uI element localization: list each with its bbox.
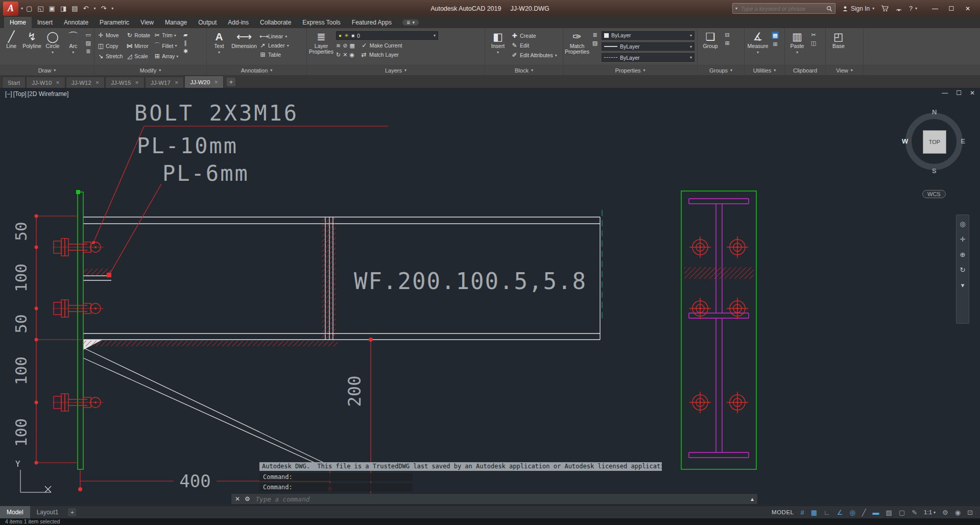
layer-off-icon[interactable]: ⊘ <box>343 42 347 49</box>
file-tab-start[interactable]: Start <box>2 77 26 88</box>
tab-collaborate[interactable]: Collaborate <box>254 17 297 28</box>
open-file-icon[interactable]: ◱ <box>37 5 43 12</box>
command-input[interactable] <box>255 495 746 504</box>
viewcube[interactable]: TOP N S W E <box>901 108 967 175</box>
copy-button[interactable]: ◫Copy <box>98 41 123 50</box>
tab-manage[interactable]: Manage <box>159 17 193 28</box>
command-bar[interactable]: ✕ ⚙ ▴ <box>231 493 758 505</box>
orbit-icon[interactable]: ↻ <box>960 266 966 274</box>
minimize-button[interactable]: — <box>927 5 943 12</box>
panel-modify-footer[interactable]: Modify ▾ <box>94 65 206 75</box>
file-tab-jj-w20[interactable]: JJ-W20✕ <box>184 76 224 88</box>
scale-button[interactable]: ◿Scale <box>126 53 150 60</box>
quick-select-icon[interactable]: ▦ <box>772 32 779 39</box>
command-history-icon[interactable]: ▴ <box>751 495 754 503</box>
ungroup-icon[interactable]: ⊟ <box>725 32 729 38</box>
match-layer-button[interactable]: ⇄ Match Layer <box>361 51 399 58</box>
group-button[interactable]: ❏ Group <box>699 29 722 64</box>
layer-combo[interactable]: ● ☀ ■ 0 ▾ <box>336 31 438 40</box>
draw-more-icon[interactable]: ≣ <box>86 48 90 54</box>
ribbon-options-pill[interactable]: ≣ ▾ <box>402 19 419 26</box>
transparency-icon[interactable]: ▨ <box>592 40 597 46</box>
dimension-button[interactable]: ⟷ Dimension <box>231 29 257 64</box>
dim-400[interactable]: 400 <box>179 471 210 491</box>
list-icon[interactable]: ≣ <box>592 32 597 38</box>
new-drawing-button[interactable]: + <box>227 78 235 86</box>
line-button[interactable]: ╱ Line <box>2 29 21 64</box>
match-properties-button[interactable]: ✑ Match Properties <box>565 29 589 64</box>
create-block-button[interactable]: ✚Create <box>511 32 557 39</box>
undo-chevron-icon[interactable]: ▾ <box>93 6 95 11</box>
file-tab-jj-w17[interactable]: JJ-W17✕ <box>145 77 184 88</box>
wcs-badge[interactable]: WCS <box>922 190 946 198</box>
zoom-icon[interactable]: ⊕ <box>960 251 966 258</box>
snap-icon[interactable]: ▦ <box>811 509 817 516</box>
dim-50-bottom[interactable]: 50 <box>12 314 30 333</box>
maximize-button[interactable]: ☐ <box>943 5 960 12</box>
text-button[interactable]: A Text ▾ <box>208 29 230 64</box>
save-icon[interactable]: ▣ <box>49 5 55 12</box>
dim-50-top[interactable]: 50 <box>12 222 30 241</box>
plot-icon[interactable]: ▤ <box>71 5 78 12</box>
tab-annotate[interactable]: Annotate <box>58 17 94 28</box>
tab-add-ins[interactable]: Add-ins <box>222 17 254 28</box>
offset-icon[interactable]: ∥ <box>184 40 187 46</box>
bolt-group[interactable] <box>53 238 104 411</box>
tab-insert[interactable]: Insert <box>32 17 58 28</box>
dim-100-a[interactable]: 100 <box>12 264 30 292</box>
visual-style-control[interactable]: [2D Wireframe] <box>28 90 69 98</box>
edit-attributes-button[interactable]: ✐Edit Attributes▾ <box>511 52 557 59</box>
move-button[interactable]: ✛Move <box>98 32 123 39</box>
ucs-icon[interactable] <box>20 470 51 492</box>
compass-north[interactable]: N <box>932 108 937 116</box>
paste-button[interactable]: ▥ Paste ▾ <box>786 29 808 64</box>
layer-properties-button[interactable]: ≣ Layer Properties <box>308 29 334 64</box>
panel-utilities-footer[interactable]: Utilities ▾ <box>745 65 784 75</box>
workspace-gear-icon[interactable]: ⚙ <box>942 509 948 516</box>
save-as-icon[interactable]: ◨ <box>60 5 66 12</box>
panel-properties-footer[interactable]: Properties ▾ <box>563 65 697 75</box>
search-input[interactable] <box>740 5 824 12</box>
stay-connected-icon[interactable] <box>895 5 902 12</box>
group-edit-icon[interactable]: ⊞ <box>725 40 729 46</box>
annotation-scale-button[interactable]: 1:1 ▾ <box>924 509 936 515</box>
insert-button[interactable]: ◧ Insert ▾ <box>487 29 509 64</box>
app-store-cart-icon[interactable] <box>881 5 889 12</box>
erase-icon[interactable]: ▰ <box>183 32 187 38</box>
close-tab-icon[interactable]: ✕ <box>175 80 179 85</box>
dim-200[interactable]: 200 <box>344 375 365 407</box>
polyline-button[interactable]: ↯ Polyline <box>22 29 41 64</box>
object-color-combo[interactable]: ByLayer ▾ <box>602 31 695 40</box>
layer-isolate-icon[interactable]: ◉ <box>349 52 354 58</box>
panel-annotation-footer[interactable]: Annotation ▾ <box>207 65 306 75</box>
linetype-combo[interactable]: ByLayer ▾ <box>602 53 695 62</box>
tab-featured-apps[interactable]: Featured Apps <box>346 17 397 28</box>
panel-draw-footer[interactable]: Draw ▾ <box>0 65 94 75</box>
compass-west[interactable]: W <box>902 137 908 145</box>
pl10-label[interactable]: PL-10mm <box>137 133 238 158</box>
tab-home[interactable]: Home <box>4 17 32 28</box>
new-layout-button[interactable]: + <box>68 508 76 516</box>
viewport-menu[interactable]: [−] <box>5 90 12 98</box>
compass-east[interactable]: E <box>961 137 965 145</box>
redo-icon[interactable]: ↷ <box>101 5 106 12</box>
quick-calculator-icon[interactable]: ⊞ <box>773 41 777 47</box>
view-control[interactable]: [Top] <box>13 90 27 98</box>
qat-menu-chevron-icon[interactable]: ▾ <box>111 6 113 11</box>
layer-lock-icon[interactable]: ▦ <box>349 42 354 49</box>
section-i-beam[interactable] <box>689 199 749 458</box>
tab-express-tools[interactable]: Express Tools <box>297 17 346 28</box>
beam-size-label[interactable]: WF.200.100.5,5.8 <box>354 268 587 294</box>
pl6-label[interactable]: PL-6mm <box>162 161 249 186</box>
explode-icon[interactable]: ✱ <box>183 48 188 54</box>
search-scope-chevron-icon[interactable]: ▾ <box>735 6 737 11</box>
doc-close-button[interactable]: ✕ <box>970 89 975 97</box>
autocad-logo[interactable]: A <box>3 2 18 16</box>
layout1-tab[interactable]: Layout1 <box>30 506 65 518</box>
dim-100-b[interactable]: 100 <box>12 356 30 385</box>
panel-view-footer[interactable]: View ▾ <box>826 65 863 75</box>
rotate-button[interactable]: ↻Rotate <box>126 32 150 39</box>
viewcube-top-face[interactable]: TOP <box>923 130 946 154</box>
close-tab-icon[interactable]: ✕ <box>95 80 100 85</box>
drawing-canvas[interactable]: BOLT 2X3M16 PL-10mm PL-6mm WF.200.100.5,… <box>0 88 980 506</box>
